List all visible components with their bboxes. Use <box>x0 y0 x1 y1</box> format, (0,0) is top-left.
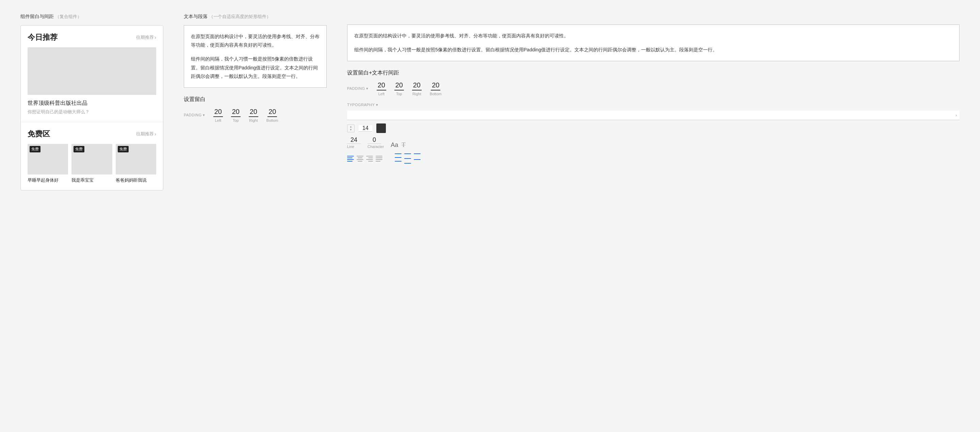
middle-setting-title: 设置留白 <box>184 96 327 103</box>
text-case-icon[interactable]: Aa <box>391 141 398 149</box>
right-padding-label[interactable]: PADDING ▾ <box>347 86 369 91</box>
font-select-box[interactable]: › <box>347 111 959 120</box>
padding-left-item: 20 Left <box>213 108 223 122</box>
free-header: 免费区 往期推荐 › <box>27 129 156 139</box>
middle-text-p1: 在原型页面的结构设计中，要灵活的使用参考线、对齐、分布等功能，使页面内容具有良好… <box>191 32 320 49</box>
today-link[interactable]: 往期推荐 › <box>136 34 156 40</box>
character-item: 0 Character <box>368 137 384 149</box>
today-desc-title: 世界顶级科普出版社出品 <box>27 100 156 107</box>
font-style-stepper[interactable]: ▲ ▼ <box>347 124 355 132</box>
right-padding-bottom-value[interactable]: 20 <box>431 81 440 91</box>
double-spacing-icon[interactable] <box>404 153 411 164</box>
free-section: 免费区 往期推荐 › 免费 早睡早起身体好 免费 <box>21 122 163 190</box>
free-title: 免费区 <box>27 129 50 139</box>
today-link-text: 往期推荐 <box>136 34 154 40</box>
typography-control: TYPOGRAPHY ▾ › ▲ ▼ <box>347 103 959 164</box>
text-align-group <box>347 156 382 162</box>
padding-right-value[interactable]: 20 <box>249 108 258 117</box>
middle-text-box: 在原型页面的结构设计中，要灵活的使用参考线、对齐、分布等功能，使页面内容具有良好… <box>184 25 327 88</box>
free-badge-2: 免费 <box>118 146 129 152</box>
right-padding-top-label: Top <box>396 92 402 96</box>
typography-label-text: TYPOGRAPHY ▾ <box>347 103 378 107</box>
right-section: placeholder 在原型页面的结构设计中，要灵活的使用参考线、对齐、分布等… <box>347 14 959 164</box>
free-item-2: 免费 爸爸妈妈听我说 <box>116 144 156 183</box>
text-style-icons: Aa T <box>391 141 405 149</box>
free-item-img-1: 免费 <box>72 144 112 175</box>
free-link[interactable]: 往期推荐 › <box>136 131 156 137</box>
line-height-label: Line <box>347 145 354 149</box>
free-item-title-2: 爸爸妈妈听我说 <box>116 177 156 183</box>
strikethrough-icon[interactable]: T <box>401 141 405 149</box>
today-header: 今日推荐 往期推荐 › <box>27 32 156 43</box>
single-spacing-icon[interactable] <box>395 153 401 164</box>
align-left-icon[interactable] <box>347 156 354 162</box>
align-justify-icon[interactable] <box>375 156 382 162</box>
today-desc-sub: 你想证明自己的是动物大师么？ <box>27 109 156 115</box>
right-padding-bottom-label: Bottom <box>430 92 442 96</box>
middle-padding-label[interactable]: PADDING ▾ <box>184 113 205 118</box>
right-padding-right-label: Right <box>412 92 421 96</box>
middle-text-p2: 组件间的间隔，我个人习惯一般是按照5像素的倍数进行设置。留白根据情况使用Padd… <box>191 55 320 81</box>
free-item-1: 免费 我是乖宝宝 <box>72 144 112 183</box>
left-section: 组件留白与间距 （复合组件） 今日推荐 往期推荐 › 世界顶级科普出版社出品 你… <box>21 14 163 191</box>
free-grid: 免费 早睡早起身体好 免费 我是乖宝宝 免费 爸爸妈妈 <box>27 144 156 183</box>
free-item-img-2: 免费 <box>116 144 156 175</box>
padding-left-value[interactable]: 20 <box>213 108 223 117</box>
middle-title-text: 文本与段落 <box>184 14 208 19</box>
padding-top-value[interactable]: 20 <box>231 108 240 117</box>
align-center-icon[interactable] <box>356 156 363 162</box>
font-select-arrow-icon: › <box>956 113 957 118</box>
today-image <box>27 47 156 95</box>
padding-bottom-value[interactable]: 20 <box>267 108 277 117</box>
padding-left-label: Left <box>215 118 221 122</box>
right-padding-top-value[interactable]: 20 <box>395 81 404 91</box>
free-item-0: 免费 早睡早起身体好 <box>27 144 68 183</box>
color-swatch[interactable] <box>376 124 386 133</box>
left-subtitle-text: （复合组件） <box>55 14 82 19</box>
right-text-p1: 在原型页面的结构设计中，要灵活的使用参考线、对齐、分布等功能，使页面内容具有良好… <box>354 32 953 40</box>
middle-section-title: 文本与段落 （一个自适应高度的矩形组件） <box>184 14 327 20</box>
left-title-text: 组件留白与间距 <box>21 14 54 19</box>
padding-bottom-item: 20 Bottom <box>266 108 278 122</box>
middle-subtitle-text: （一个自适应高度的矩形组件） <box>209 14 271 19</box>
card-container: 今日推荐 往期推荐 › 世界顶级科普出版社出品 你想证明自己的是动物大师么？ 免… <box>21 25 163 191</box>
right-setting-title: 设置留白+文本行间距 <box>347 69 959 76</box>
right-padding-bottom-item: 20 Bottom <box>430 81 442 96</box>
padding-right-label: Right <box>249 118 258 122</box>
free-badge-0: 免费 <box>30 146 40 152</box>
right-padding-left-value[interactable]: 20 <box>377 81 386 91</box>
align-row <box>347 153 959 164</box>
line-spacing-group <box>395 153 421 164</box>
font-size-input[interactable] <box>359 125 372 132</box>
right-padding-label-text: PADDING ▾ <box>347 86 369 91</box>
character-value[interactable]: 0 <box>368 137 381 144</box>
middle-section: 文本与段落 （一个自适应高度的矩形组件） 在原型页面的结构设计中，要灵活的使用参… <box>184 14 327 122</box>
wide-spacing-icon[interactable] <box>414 153 421 164</box>
today-link-arrow: › <box>154 35 156 40</box>
left-section-title: 组件留白与间距 （复合组件） <box>21 14 163 20</box>
typography-label[interactable]: TYPOGRAPHY ▾ <box>347 103 959 107</box>
today-title: 今日推荐 <box>27 32 57 43</box>
right-padding-values: 20 Left 20 Top 20 Right 20 Bottom <box>377 81 442 96</box>
free-item-title-1: 我是乖宝宝 <box>72 177 112 183</box>
free-link-arrow: › <box>154 131 156 137</box>
character-label: Character <box>368 145 384 149</box>
right-padding-right-value[interactable]: 20 <box>412 81 422 91</box>
line-height-value[interactable]: 24 <box>347 137 361 144</box>
padding-top-label: Top <box>233 118 239 122</box>
right-padding-right-item: 20 Right <box>412 81 422 96</box>
middle-padding-label-text: PADDING ▾ <box>184 113 205 118</box>
free-item-img-0: 免费 <box>27 144 68 175</box>
font-select-row: › <box>347 111 959 120</box>
align-right-icon[interactable] <box>366 156 373 162</box>
padding-right-item: 20 Right <box>249 108 258 122</box>
right-text-box: 在原型页面的结构设计中，要灵活的使用参考线、对齐、分布等功能，使页面内容具有良好… <box>347 24 959 61</box>
right-text-p2: 组件间的间隔，我个人习惯一般是按照5像素的倍数进行设置。留白根据情况使用Padd… <box>354 46 953 54</box>
stepper-up-icon: ▲ <box>350 125 352 128</box>
line-char-row: 24 Line 0 Character Aa T <box>347 137 959 149</box>
line-height-item: 24 Line <box>347 137 361 149</box>
today-section: 今日推荐 往期推荐 › 世界顶级科普出版社出品 你想证明自己的是动物大师么？ <box>21 25 163 122</box>
right-padding-control: PADDING ▾ 20 Left 20 Top 20 Right 20 Bot… <box>347 81 959 96</box>
free-badge-1: 免费 <box>73 146 84 152</box>
padding-top-item: 20 Top <box>231 108 240 122</box>
